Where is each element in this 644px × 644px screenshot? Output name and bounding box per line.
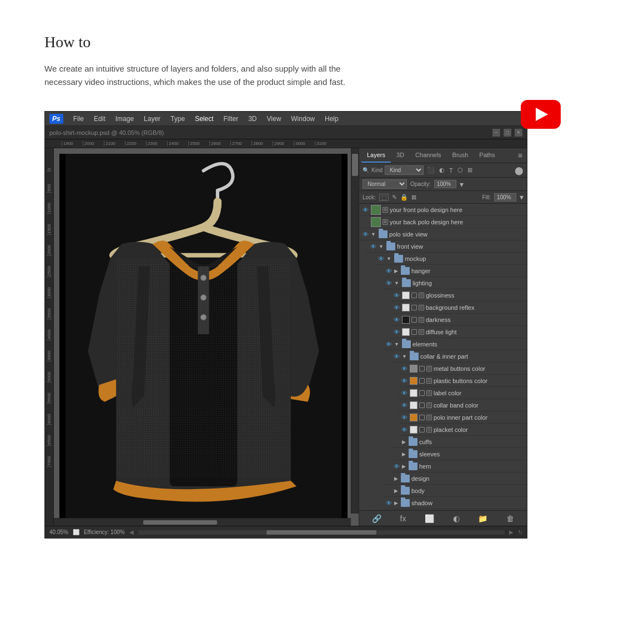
layer-body[interactable]: ▶ body	[383, 485, 527, 497]
layer-shadow[interactable]: 👁 ▶ shadow	[383, 497, 527, 509]
status-scrollbar-h[interactable]	[138, 530, 505, 535]
menu-layer[interactable]: Layer	[139, 114, 165, 124]
adjustment-layer-icon[interactable]: ◐	[451, 512, 461, 525]
layer-collar[interactable]: 👁 ▼ collar & inner part	[390, 350, 527, 363]
scrollbar-thumb-v[interactable]	[352, 154, 358, 176]
eye-shadow[interactable]: 👁	[385, 499, 393, 507]
fx-icon[interactable]: fx	[399, 512, 408, 525]
smart-filter-icon[interactable]: ⊞	[466, 165, 474, 175]
layer-polo-inner[interactable]: 👁 ⊡ polo inner part color	[398, 411, 527, 424]
minimize-button[interactable]: −	[492, 129, 500, 137]
tab-layers[interactable]: Layers	[361, 148, 391, 163]
layer-bg-reflex[interactable]: 👁 ⊡ background reflex	[390, 301, 527, 314]
fill-arrow[interactable]: ▾	[520, 193, 524, 202]
menu-file[interactable]: File	[69, 114, 88, 124]
layer-lighting[interactable]: 👁 ▼ lighting	[383, 277, 527, 289]
pixel-icon[interactable]: ⬛	[426, 165, 436, 175]
scrollbar-bottom[interactable]	[54, 518, 351, 526]
lock-position-btn[interactable]: 🔒	[400, 194, 408, 201]
layer-metal-buttons[interactable]: 👁 ⊡ metal buttons color	[398, 363, 527, 375]
eye-design[interactable]	[385, 475, 393, 482]
shape-filter-icon[interactable]: ⬡	[456, 165, 464, 175]
layer-polo-side[interactable]: 👁 ▼ polo side view	[359, 228, 527, 240]
tab-channels[interactable]: Channels	[410, 148, 446, 163]
eye-lighting[interactable]: 👁	[385, 279, 393, 287]
opacity-arrow[interactable]: ▾	[460, 180, 464, 189]
eye-bg-reflex[interactable]: 👁	[393, 304, 400, 311]
layer-elements[interactable]: 👁 ▼ elements	[383, 338, 527, 350]
ps-canvas[interactable]	[54, 148, 359, 526]
new-folder-icon[interactable]: 📁	[476, 512, 489, 525]
lock-brush-btn[interactable]: ✎	[392, 194, 397, 201]
maximize-button[interactable]: □	[504, 129, 511, 137]
eye-metal-buttons[interactable]: 👁	[400, 365, 408, 373]
eye-front-view[interactable]: 👁	[369, 243, 377, 250]
layer-front-polo[interactable]: 👁 ⊞ your front polo design here	[359, 204, 527, 216]
eye-front-polo[interactable]: 👁	[361, 206, 369, 214]
eye-hanger[interactable]: 👁	[385, 267, 393, 275]
layer-label-color[interactable]: 👁 ⊡ label color	[398, 387, 527, 399]
layer-back-polo[interactable]: ⊞ your back polo design here	[359, 216, 527, 228]
nav-next[interactable]: ▶	[509, 529, 514, 535]
eye-collar-band[interactable]: 👁	[400, 401, 408, 409]
layer-collar-band[interactable]: 👁 ⊡ collar band color	[398, 399, 527, 411]
eye-polo-side[interactable]: 👁	[361, 230, 369, 238]
eye-elements[interactable]: 👁	[385, 340, 393, 348]
eye-glossiness[interactable]: 👁	[393, 291, 400, 299]
lock-pixels-btn[interactable]: ⬚	[379, 194, 389, 201]
layer-diffuse[interactable]: 👁 ⊡ diffuse light	[390, 326, 527, 338]
tab-paths[interactable]: Paths	[474, 148, 500, 163]
layer-darkness[interactable]: 👁 ⊡ darkness	[390, 314, 527, 326]
menu-select[interactable]: Select	[190, 114, 218, 124]
eye-body[interactable]	[385, 487, 393, 495]
menu-type[interactable]: Type	[166, 114, 189, 124]
layer-cuffs[interactable]: ▶ cuffs	[390, 436, 527, 448]
eye-placket[interactable]: 👁	[400, 426, 408, 434]
layer-design[interactable]: ▶ design	[383, 472, 527, 485]
layer-hem[interactable]: 👁 ▶ hem	[390, 460, 527, 472]
eye-label-color[interactable]: 👁	[400, 389, 408, 397]
filter-toggle[interactable]: ⬤	[515, 166, 524, 175]
eye-collar[interactable]: 👁	[393, 353, 400, 360]
scrollbar-thumb-h[interactable]	[143, 520, 218, 525]
menu-image[interactable]: Image	[111, 114, 138, 124]
type-filter-icon[interactable]: T	[448, 166, 454, 175]
lock-all-btn[interactable]: ⊠	[411, 194, 416, 201]
youtube-button[interactable]	[521, 100, 561, 129]
fill-input[interactable]	[494, 193, 516, 202]
layer-plastic-buttons[interactable]: 👁 ⊡ plastic buttons color	[398, 375, 527, 387]
eye-plastic-buttons[interactable]: 👁	[400, 377, 408, 385]
scrollbar-right[interactable]	[351, 148, 359, 514]
delete-layer-icon[interactable]: 🗑	[505, 512, 516, 525]
eye-darkness[interactable]: 👁	[393, 316, 400, 324]
eye-hem[interactable]: 👁	[393, 462, 400, 470]
menu-help[interactable]: Help	[320, 114, 343, 124]
layer-sleeves[interactable]: ▶ sleeves	[390, 448, 527, 460]
eye-polo-inner[interactable]: 👁	[400, 414, 408, 421]
add-mask-icon[interactable]: ⬜	[423, 512, 436, 525]
eye-cuffs[interactable]	[393, 438, 400, 446]
adjustment-filter-icon[interactable]: ◐	[438, 165, 446, 175]
link-layers-icon[interactable]: 🔗	[370, 512, 383, 525]
menu-filter[interactable]: Filter	[219, 114, 243, 124]
layer-glossiness[interactable]: 👁 ⊡ glossiness	[390, 289, 527, 301]
blend-mode-dropdown[interactable]: Normal	[363, 179, 407, 189]
menu-3d[interactable]: 3D	[244, 114, 261, 124]
menu-view[interactable]: View	[263, 114, 286, 124]
tab-brush[interactable]: Brush	[447, 148, 474, 163]
layers-list[interactable]: 👁 ⊞ your front polo design here ⊞ your b…	[359, 204, 527, 510]
close-button[interactable]: ×	[515, 129, 522, 137]
tab-3d[interactable]: 3D	[391, 148, 410, 163]
layer-mockup[interactable]: 👁 ▼ mockup	[375, 253, 527, 265]
filter-dropdown[interactable]: Kind	[385, 165, 424, 175]
eye-diffuse[interactable]: 👁	[393, 328, 400, 336]
panel-menu-button[interactable]: ≡	[516, 149, 525, 162]
eye-back-polo[interactable]	[361, 218, 369, 226]
nav-prev[interactable]: ◀	[129, 529, 134, 535]
eye-sleeves[interactable]	[393, 450, 400, 458]
menu-window[interactable]: Window	[286, 114, 319, 124]
layer-placket[interactable]: 👁 ⊡ placket color	[398, 424, 527, 436]
layer-hanger[interactable]: 👁 ▶ hanger	[383, 265, 527, 277]
eye-mockup[interactable]: 👁	[377, 255, 385, 263]
menu-edit[interactable]: Edit	[89, 114, 110, 124]
